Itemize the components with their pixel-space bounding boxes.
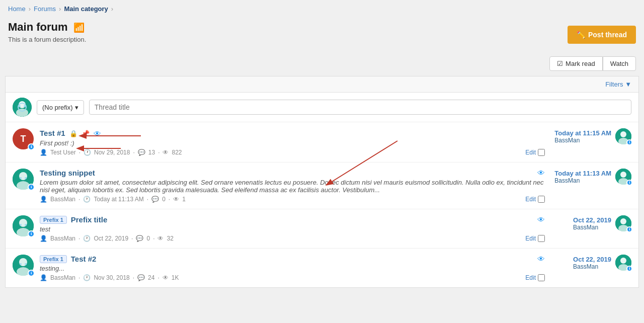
select-checkbox[interactable] [538, 274, 545, 281]
thread-replies: 24 [148, 274, 154, 281]
lock-icon: 🔒 [69, 130, 77, 137]
prefix-badge: Prefix 1 [40, 255, 67, 263]
last-date: Oct 22, 2019 [573, 216, 611, 224]
breadcrumb-home[interactable]: Home [8, 5, 26, 13]
post-thread-label: Post thread [588, 31, 627, 39]
svg-point-31 [620, 258, 626, 264]
replies-icon: 💬 [138, 149, 145, 156]
watch-button[interactable]: Watch [603, 56, 636, 71]
select-checkbox[interactable] [538, 196, 545, 203]
avatar-svg [13, 98, 32, 117]
breadcrumb: Home › Forums › Main category › [0, 0, 644, 18]
title-area: Main forum 📶 [8, 21, 86, 34]
svg-point-2 [16, 109, 28, 117]
thread-title-link[interactable]: Testing snippet [40, 169, 95, 177]
thread-title-line: Testing snippet 👁 [40, 169, 545, 177]
eye-icon[interactable]: 👁 [537, 169, 545, 177]
last-poster: BassMan [554, 137, 611, 144]
thread-views: 32 [167, 235, 173, 242]
thread-author: Test User [50, 149, 76, 156]
thread-author: BassMan [50, 235, 75, 242]
svg-point-5 [24, 105, 26, 107]
meta-sep: · [78, 274, 80, 281]
right-avatar: ℹ [615, 215, 631, 231]
thread-date: Nov 30, 2018 [94, 274, 129, 281]
clock-icon: 🕐 [83, 196, 91, 203]
meta-sep: · [78, 196, 80, 203]
thread-title-line: Prefix 1 Prefix title 👁 [40, 215, 545, 224]
edit-link[interactable]: Edit [525, 274, 536, 281]
select-checkbox[interactable] [538, 235, 545, 242]
mark-read-label: Mark read [566, 60, 595, 67]
last-date: Today at 11:13 AM [554, 170, 611, 177]
thread-title-input[interactable] [89, 100, 631, 115]
right-avatar: ℹ [615, 169, 631, 185]
svg-point-28 [20, 263, 22, 265]
thread-right-info: Today at 11:13 AM BassMan [554, 170, 611, 184]
svg-point-7 [620, 131, 626, 137]
prefix-select-label: (No prefix) [42, 104, 73, 111]
edit-area: Edit [525, 196, 545, 203]
right-avatar-badge: ℹ [626, 139, 632, 145]
svg-point-20 [20, 224, 22, 226]
thread-meta: 👤 BassMan · 🕐 Today at 11:13 AM · 💬 0 · … [40, 196, 545, 203]
breadcrumb-current: Main category [64, 5, 108, 13]
thread-snippet: First post! :) [40, 139, 545, 147]
thread-title-link[interactable]: Test #2 [71, 255, 97, 263]
breadcrumb-forums[interactable]: Forums [34, 5, 56, 13]
mark-read-button[interactable]: ☑ Mark read [549, 56, 603, 71]
thread-main: Prefix 1 Prefix title 👁 test 👤 BassMan ·… [40, 215, 545, 242]
svg-point-21 [25, 224, 27, 226]
eye-icon[interactable]: 👁 [94, 129, 101, 138]
thread-title-link[interactable]: Test #1 [40, 129, 65, 137]
thread-right: Today at 11:13 AM BassMan ℹ [551, 169, 631, 185]
author-icon: 👤 [40, 235, 47, 242]
title-block: Main forum 📶 This is a forum description… [8, 21, 86, 48]
compose-avatar [13, 98, 32, 117]
rss-icon[interactable]: 📶 [73, 23, 85, 33]
edit-area: Edit [525, 235, 545, 242]
views-icon: 👁 [163, 274, 169, 281]
thread-title-link[interactable]: Prefix title [71, 215, 108, 224]
meta-sep: · [78, 235, 80, 242]
edit-link[interactable]: Edit [525, 235, 536, 242]
replies-icon: 💬 [151, 196, 159, 203]
meta-sep-2: · [147, 196, 148, 203]
clock-icon: 🕐 [83, 235, 91, 242]
page-title: Main forum [8, 21, 68, 33]
forum-body: Filters ▼ (No prefix) ▾ [5, 76, 639, 288]
clock-icon: 🕐 [83, 274, 91, 281]
watch-label: Watch [610, 60, 628, 67]
eye-icon[interactable]: 👁 [537, 215, 545, 224]
right-avatar-badge: ℹ [626, 180, 632, 186]
thread-replies: 0 [146, 235, 150, 242]
compose-row: (No prefix) ▾ [6, 93, 638, 122]
edit-link[interactable]: Edit [525, 196, 536, 203]
svg-point-15 [620, 172, 626, 178]
svg-point-12 [20, 177, 22, 179]
edit-area: Edit [525, 274, 545, 281]
edit-link[interactable]: Edit [525, 149, 536, 156]
thread-row: ℹ Prefix 1 Test #2 👁 testing... 👤 BassMa… [6, 249, 638, 287]
last-date: Today at 11:15 AM [554, 129, 611, 137]
prefix-select[interactable]: (No prefix) ▾ [37, 100, 84, 115]
post-thread-button[interactable]: ✏️ Post thread [568, 26, 636, 44]
meta-sep-1: · [79, 149, 80, 156]
page-description: This is a forum description. [8, 36, 86, 43]
views-icon: 👁 [163, 149, 169, 156]
thread-date: Today at 11:13 AM [94, 196, 143, 203]
filters-button[interactable]: Filters ▼ [605, 80, 631, 88]
views-icon: 👁 [157, 235, 164, 242]
thread-right-info: Oct 22, 2019 BassMan [573, 216, 611, 231]
last-poster: BassMan [573, 263, 611, 270]
thread-meta: 👤 BassMan · 🕐 Nov 30, 2018 · 💬 24 · 👁 1K… [40, 274, 545, 281]
select-checkbox[interactable] [538, 149, 545, 156]
thread-title-line: Test #1 🔒 📌 👁 [40, 128, 545, 138]
post-thread-icon: ✏️ [577, 31, 585, 39]
edit-area: Edit [525, 149, 545, 156]
eye-icon[interactable]: 👁 [537, 255, 545, 263]
right-avatar: ℹ [615, 128, 631, 144]
prefix-badge: Prefix 1 [40, 216, 67, 224]
thread-avatar: ℹ [13, 169, 34, 190]
replies-icon: 💬 [136, 235, 143, 242]
